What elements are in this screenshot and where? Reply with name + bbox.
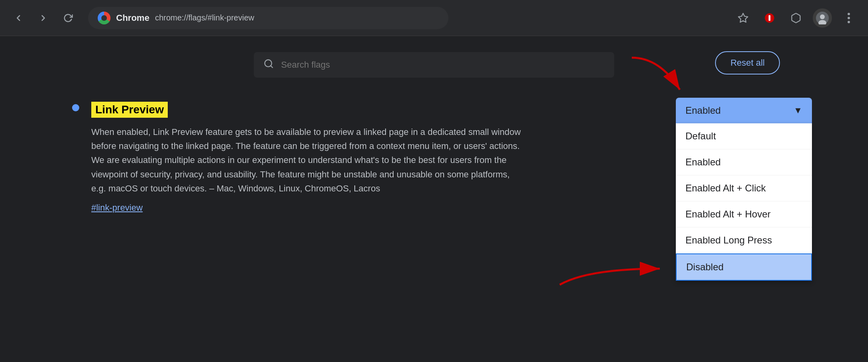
dropdown-selected-label: Enabled: [685, 105, 721, 116]
flag-dot: [72, 104, 79, 111]
dropdown-selected[interactable]: Enabled ▼: [676, 98, 812, 123]
flag-description: When enabled, Link Preview feature gets …: [91, 125, 524, 195]
flags-container: Link Preview When enabled, Link Preview …: [0, 94, 868, 221]
titlebar: Chrome chrome://flags/#link-preview: [0, 0, 868, 36]
dropdown-menu: Default Enabled Enabled Alt + Click Enab…: [676, 123, 812, 281]
forward-button[interactable]: [34, 9, 52, 27]
dropdown-option-enabled[interactable]: Enabled: [676, 149, 812, 175]
bookmark-star-button[interactable]: [733, 8, 753, 28]
nav-buttons: [10, 9, 77, 27]
search-box[interactable]: [254, 52, 614, 78]
address-bar[interactable]: Chrome chrome://flags/#link-preview: [88, 7, 448, 29]
refresh-button[interactable]: [59, 9, 77, 27]
svg-point-7: [848, 17, 850, 19]
dropdown-arrow-icon: ▼: [794, 105, 802, 116]
dropdown-container: Enabled ▼ Default Enabled Enabled Alt + …: [676, 98, 812, 281]
media-router-icon[interactable]: [760, 8, 779, 28]
extensions-button[interactable]: [786, 8, 806, 28]
url-text: chrome://flags/#link-preview: [155, 13, 254, 22]
chrome-favicon: [98, 12, 111, 24]
svg-rect-2: [769, 15, 771, 21]
dropdown-option-disabled[interactable]: Disabled: [676, 253, 812, 281]
main-content: Reset all Link Preview When enabled, Lin…: [0, 36, 868, 237]
svg-point-8: [848, 21, 850, 23]
search-input[interactable]: [281, 60, 605, 70]
flag-anchor-link[interactable]: #link-preview: [91, 203, 143, 213]
svg-marker-0: [738, 13, 747, 22]
more-options-button[interactable]: [839, 8, 858, 28]
arrow-to-disabled: [556, 245, 676, 293]
back-button[interactable]: [10, 9, 27, 27]
dropdown-option-enabled-long-press[interactable]: Enabled Long Press: [676, 227, 812, 253]
svg-line-10: [271, 66, 273, 68]
dropdown-option-default[interactable]: Default: [676, 123, 812, 149]
svg-point-4: [820, 14, 825, 19]
svg-point-6: [848, 13, 850, 15]
dropdown-option-enabled-alt-click[interactable]: Enabled Alt + Click: [676, 175, 812, 201]
reset-all-button[interactable]: Reset all: [715, 51, 780, 74]
toolbar-right: [733, 8, 858, 28]
search-icon: [263, 58, 274, 72]
chrome-brand-label: Chrome: [116, 13, 149, 23]
profile-button[interactable]: [813, 8, 832, 28]
flag-title: Link Preview: [91, 102, 168, 118]
dropdown-option-enabled-alt-hover[interactable]: Enabled Alt + Hover: [676, 201, 812, 227]
